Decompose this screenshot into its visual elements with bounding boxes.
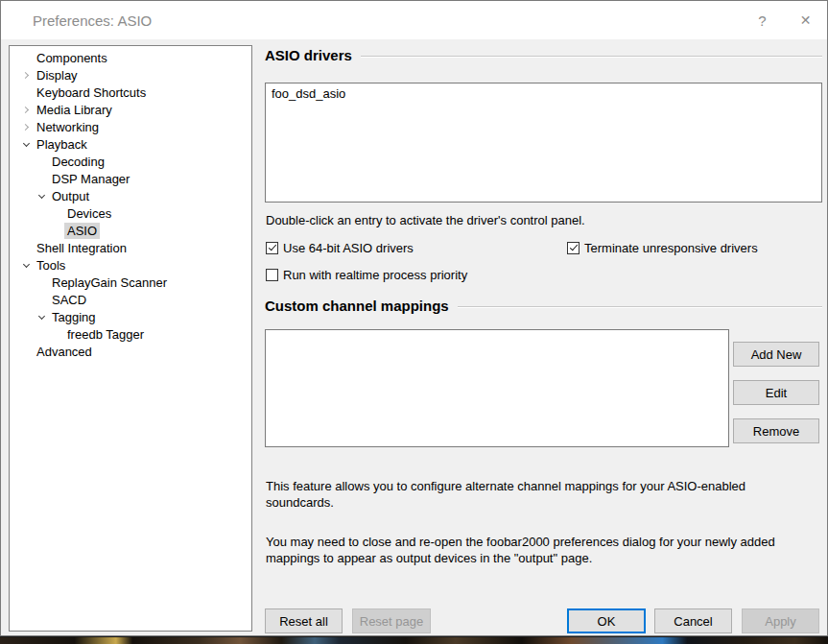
tree-item-decoding[interactable]: Decoding [10, 153, 251, 170]
checkbox-icon[interactable] [266, 269, 278, 281]
heading-rule [458, 306, 822, 308]
tree-item-components[interactable]: Components [10, 49, 251, 66]
chevron-right-icon[interactable] [18, 67, 34, 83]
close-button[interactable]: ✕ [784, 1, 827, 39]
mappings-description-text: This feature allows you to configure alt… [266, 478, 803, 511]
tree-item-keyboard-shortcuts[interactable]: Keyboard Shortcuts [10, 83, 251, 101]
preferences-dialog: Preferences: ASIO ? ✕ ComponentsDisplayK… [0, 0, 828, 636]
tree-item-label: Tagging [49, 309, 99, 325]
chevron-placeholder [34, 154, 49, 169]
close-icon: ✕ [800, 12, 812, 28]
tree-item-output[interactable]: Output [10, 187, 251, 204]
desktop-background-sliver [0, 637, 828, 644]
tree-item-label: ReplayGain Scanner [49, 274, 170, 291]
tree-item-label: freedb Tagger [64, 326, 147, 343]
remove-button[interactable]: Remove [733, 418, 819, 443]
chevron-placeholder [49, 326, 64, 342]
tree-item-label: Decoding [49, 154, 107, 170]
custom-mappings-heading: Custom channel mappings [265, 298, 822, 314]
tree-item-label: Tools [34, 257, 68, 274]
chevron-placeholder [49, 223, 64, 238]
tree-item-sacd[interactable]: SACD [10, 291, 251, 308]
tree-item-label: Components [34, 50, 110, 66]
tree-item-label: Playback [34, 136, 90, 153]
asio-drivers-heading: ASIO drivers [265, 47, 822, 63]
titlebar: Preferences: ASIO ? ✕ [1, 1, 827, 39]
chevron-placeholder [18, 84, 34, 100]
chevron-placeholder [18, 344, 34, 359]
tree-item-label: Media Library [34, 102, 115, 118]
chevron-placeholder [34, 171, 49, 186]
chevron-down-icon[interactable] [34, 309, 49, 324]
reset-page-button[interactable]: Reset page [352, 608, 431, 633]
checkbox-label: Use 64-bit ASIO drivers [283, 241, 414, 255]
help-button[interactable]: ? [741, 1, 784, 39]
tree-item-networking[interactable]: Networking [10, 118, 251, 135]
tree-item-label: ASIO [64, 223, 100, 239]
checkbox-icon[interactable] [567, 242, 580, 254]
driver-hint-text: Double-click an entry to activate the dr… [266, 212, 585, 228]
tree-item-tools[interactable]: Tools [10, 256, 251, 274]
mappings-note-text: You may need to close and re-open the fo… [266, 534, 803, 566]
chevron-placeholder [49, 205, 64, 221]
tree-item-shell-integration[interactable]: Shell Integration [10, 239, 251, 256]
tree-item-label: Networking [34, 119, 102, 135]
checkbox-label: Terminate unresponsive drivers [584, 241, 758, 255]
tree-item-label: Shell Integration [34, 240, 130, 256]
tree-item-label: DSP Manager [49, 171, 132, 187]
asio-drivers-heading-text: ASIO drivers [265, 47, 352, 63]
checkbox-use-64bit[interactable]: Use 64-bit ASIO drivers [266, 240, 414, 255]
asio-driver-list[interactable]: foo_dsd_asio [265, 83, 822, 203]
tree-item-replaygain-scanner[interactable]: ReplayGain Scanner [10, 274, 251, 291]
help-icon: ? [758, 12, 766, 29]
heading-rule [361, 56, 822, 58]
checkbox-terminate-unresponsive[interactable]: Terminate unresponsive drivers [567, 240, 758, 255]
checkbox-realtime-priority[interactable]: Run with realtime process priority [266, 267, 467, 282]
chevron-right-icon[interactable] [18, 102, 34, 117]
tree-item-advanced[interactable]: Advanced [10, 343, 251, 360]
tree-item-label: Output [49, 188, 92, 204]
tree-item-freedb-tagger[interactable]: freedb Tagger [10, 325, 251, 343]
tree-item-label: Display [34, 67, 81, 83]
tree-item-dsp-manager[interactable]: DSP Manager [10, 170, 251, 187]
custom-mappings-heading-text: Custom channel mappings [265, 298, 449, 314]
chevron-placeholder [18, 50, 34, 65]
chevron-placeholder [18, 240, 34, 255]
edit-button[interactable]: Edit [733, 380, 819, 405]
apply-button[interactable]: Apply [742, 608, 819, 633]
checkbox-label: Run with realtime process priority [283, 268, 467, 282]
asio-driver-item[interactable]: foo_dsd_asio [266, 83, 821, 104]
tree-item-label: Devices [64, 205, 114, 222]
tree-item-display[interactable]: Display [10, 66, 251, 83]
tree-item-label: Advanced [34, 344, 95, 360]
chevron-down-icon[interactable] [18, 136, 34, 152]
chevron-right-icon[interactable] [18, 119, 34, 134]
reset-all-button[interactable]: Reset all [265, 608, 343, 633]
tree-item-tagging[interactable]: Tagging [10, 308, 251, 325]
tree-item-label: Keyboard Shortcuts [34, 84, 149, 101]
channel-mappings-list[interactable] [265, 329, 729, 447]
checkbox-icon[interactable] [266, 242, 278, 254]
tree-item-asio[interactable]: ASIO [10, 222, 251, 239]
chevron-down-icon[interactable] [34, 188, 49, 203]
tree-item-label: SACD [49, 292, 89, 308]
tree-item-playback[interactable]: Playback [10, 135, 251, 153]
chevron-placeholder [34, 274, 49, 290]
ok-button[interactable]: OK [567, 608, 646, 633]
window-title: Preferences: ASIO [33, 12, 741, 29]
tree-item-media-library[interactable]: Media Library [10, 101, 251, 118]
chevron-down-icon[interactable] [18, 257, 34, 273]
cancel-button[interactable]: Cancel [654, 608, 732, 633]
preferences-tree: ComponentsDisplayKeyboard ShortcutsMedia… [9, 45, 252, 632]
add-new-button[interactable]: Add New [733, 342, 819, 367]
tree-item-devices[interactable]: Devices [10, 204, 251, 222]
chevron-placeholder [34, 292, 49, 307]
